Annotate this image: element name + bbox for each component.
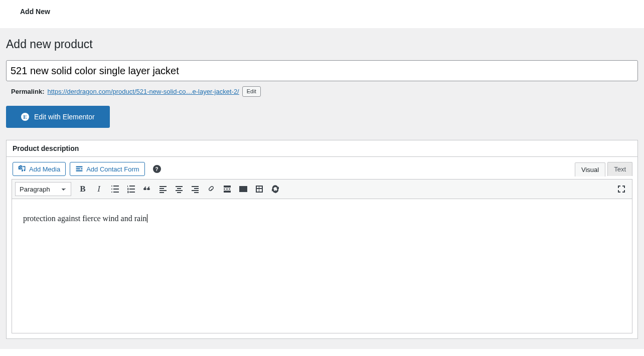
help-icon[interactable]: ?	[153, 165, 161, 173]
fullscreen-icon	[616, 184, 626, 194]
editor-text: protection against fierce wind and rain	[23, 214, 147, 223]
editor-tabs: Visual Text	[575, 162, 632, 176]
permalink-row: Permalink: https://derdragon.com/product…	[6, 86, 638, 97]
tab-visual[interactable]: Visual	[575, 162, 605, 176]
italic-button[interactable]: I	[91, 182, 106, 197]
add-media-button[interactable]: Add Media	[13, 162, 66, 176]
read-more-icon	[222, 184, 232, 194]
numbered-list-icon	[126, 184, 136, 194]
align-left-icon	[158, 184, 168, 194]
align-right-icon	[190, 184, 200, 194]
edit-permalink-button[interactable]: Edit	[242, 86, 261, 97]
refresh-icon	[270, 184, 280, 194]
elementor-button-label: Edit with Elementor	[34, 113, 95, 121]
refresh-button[interactable]	[268, 182, 283, 197]
align-left-button[interactable]	[155, 182, 171, 197]
format-select[interactable]: Paragraph	[15, 182, 71, 196]
camera-music-icon	[18, 165, 26, 173]
align-center-button[interactable]	[172, 182, 187, 197]
bullet-list-icon	[110, 184, 120, 194]
add-contact-form-label: Add Contact Form	[86, 165, 139, 173]
add-media-label: Add Media	[29, 165, 60, 173]
page-title: Add new product	[6, 33, 638, 53]
permalink-slug: 521-new-solid-co…e-layer-jacket-2/	[136, 88, 239, 95]
quote-icon	[142, 184, 152, 194]
permalink-link[interactable]: https://derdragon.com/product/521-new-so…	[47, 88, 239, 95]
top-bar: Add New	[0, 0, 644, 28]
align-center-icon	[174, 184, 184, 194]
edit-with-elementor-button[interactable]: E Edit with Elementor	[6, 106, 110, 128]
elementor-icon: E	[21, 113, 29, 121]
editor-content[interactable]: protection against fierce wind and rain	[12, 199, 632, 333]
toolbar-toggle-button[interactable]	[236, 182, 251, 197]
table-icon	[254, 184, 264, 194]
product-title-input[interactable]	[6, 60, 638, 81]
add-new-label[interactable]: Add New	[20, 8, 50, 16]
link-icon	[206, 184, 216, 194]
link-button[interactable]	[204, 182, 219, 197]
table-button[interactable]	[252, 182, 267, 197]
editor-toolbar: Paragraph B I	[12, 179, 632, 199]
product-description-header: Product description	[7, 140, 637, 157]
permalink-label: Permalink:	[11, 88, 44, 95]
form-icon	[75, 165, 83, 173]
permalink-base: https://derdragon.com/product/	[47, 88, 136, 95]
media-buttons-row: Add Media Add Contact Form ? Visual Text	[7, 157, 637, 179]
keyboard-icon	[238, 184, 248, 194]
product-description-box: Product description Add Media Add Contac…	[6, 140, 638, 339]
add-contact-form-button[interactable]: Add Contact Form	[70, 162, 145, 176]
numbered-list-button[interactable]	[123, 182, 138, 197]
read-more-button[interactable]	[220, 182, 235, 197]
text-cursor	[147, 214, 147, 223]
content-area: Add new product Permalink: https://derdr…	[0, 28, 644, 349]
tab-text[interactable]: Text	[607, 162, 632, 176]
blockquote-button[interactable]	[139, 182, 154, 197]
bullet-list-button[interactable]	[107, 182, 122, 197]
align-right-button[interactable]	[188, 182, 203, 197]
fullscreen-button[interactable]	[614, 182, 629, 197]
bold-button[interactable]: B	[75, 182, 90, 197]
